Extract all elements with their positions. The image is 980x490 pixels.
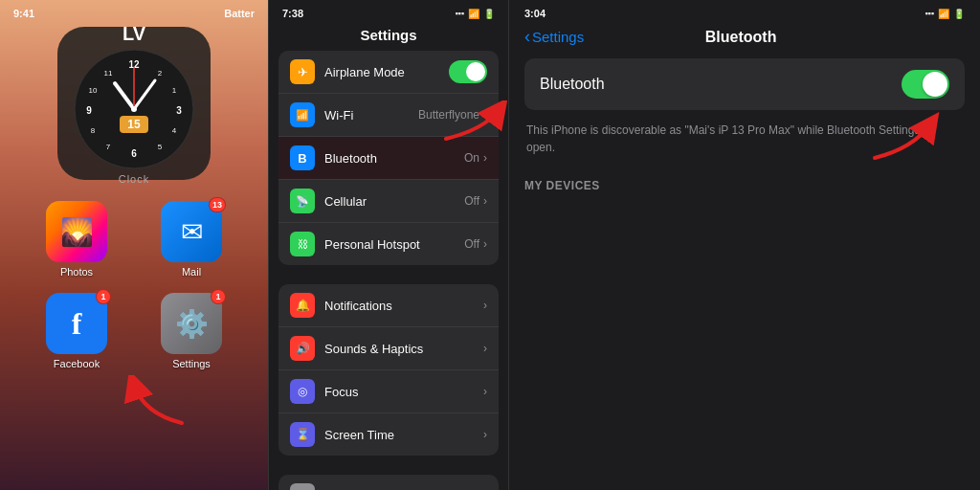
bluetooth-panel: 3:04 ▪▪▪ 📶 🔋 ‹ Settings Bluetooth Blueto… xyxy=(509,0,980,490)
home-app-grid: 🌄 Photos ✉ 13 Mail f 1 Facebook ⚙️ 1 Set… xyxy=(0,188,268,383)
screentime-chevron: › xyxy=(483,428,487,441)
screentime-label: Screen Time xyxy=(324,428,483,442)
settings-time: 7:38 xyxy=(282,8,303,19)
bluetooth-chevron: › xyxy=(483,151,487,165)
svg-text:5: 5 xyxy=(158,143,163,151)
arrow-to-settings xyxy=(124,375,201,433)
svg-text:9: 9 xyxy=(86,105,92,116)
cellular-icon: 📡 xyxy=(290,189,315,213)
signal-icon: ▪▪▪ xyxy=(455,9,464,18)
svg-point-18 xyxy=(131,106,137,112)
home-status-bar: 9:41 Batter xyxy=(0,0,268,23)
clock-widget[interactable]: LV 12 3 6 9 2 1 4 5 7 8 10 11 15 xyxy=(57,27,211,180)
app-settings-icon[interactable]: ⚙️ 1 xyxy=(161,293,222,354)
svg-text:2: 2 xyxy=(158,69,163,78)
sounds-icon: 🔊 xyxy=(290,336,315,361)
airplane-label: Airplane Mode xyxy=(324,65,449,79)
settings-row-focus[interactable]: ◎ Focus › xyxy=(278,370,499,413)
battery-icon: 🔋 xyxy=(483,9,495,19)
settings-row-screentime[interactable]: ⌛ Screen Time › xyxy=(278,413,499,456)
settings-row-sounds[interactable]: 🔊 Sounds & Haptics › xyxy=(278,327,499,370)
bt-back-chevron: ‹ xyxy=(524,27,530,47)
svg-text:10: 10 xyxy=(89,86,98,95)
hotspot-icon: ⛓ xyxy=(290,232,315,256)
app-facebook-label: Facebook xyxy=(54,358,100,369)
hotspot-value: Off xyxy=(464,237,479,251)
wifi-label: Wi-Fi xyxy=(324,108,418,122)
app-facebook-icon[interactable]: f 1 xyxy=(46,293,107,354)
bt-battery-icon: 🔋 xyxy=(953,9,965,19)
bluetooth-toggle[interactable] xyxy=(902,70,949,99)
settings-row-notifications[interactable]: 🔔 Notifications › xyxy=(278,284,499,327)
svg-text:1: 1 xyxy=(172,86,177,95)
hotspot-label: Personal Hotspot xyxy=(324,237,464,252)
clock-face: 12 3 6 9 2 1 4 5 7 8 10 11 15 xyxy=(72,47,196,171)
bt-back-button[interactable]: ‹ Settings xyxy=(524,27,584,47)
focus-label: Focus xyxy=(324,385,483,399)
app-photos-label: Photos xyxy=(60,266,93,278)
bluetooth-label: Bluetooth xyxy=(324,151,464,166)
app-mail-wrapper[interactable]: ✉ 13 Mail xyxy=(142,201,241,278)
settings-title: Settings xyxy=(269,23,508,51)
svg-text:7: 7 xyxy=(106,143,111,151)
focus-chevron: › xyxy=(483,385,487,398)
bt-wifi-icon: 📶 xyxy=(938,9,949,19)
hotspot-chevron: › xyxy=(483,237,487,251)
bt-back-label: Settings xyxy=(532,29,584,45)
mail-badge: 13 xyxy=(209,197,226,212)
bluetooth-value: On xyxy=(464,151,479,165)
home-battery: Batter xyxy=(224,8,255,19)
wifi-row-icon: 📶 xyxy=(290,102,315,127)
bluetooth-status-bar: 3:04 ▪▪▪ 📶 🔋 xyxy=(509,0,980,23)
bluetooth-row-icon: B xyxy=(290,145,315,170)
focus-icon: ◎ xyxy=(290,379,315,404)
cellular-value: Off xyxy=(464,194,479,208)
svg-text:3: 3 xyxy=(176,105,182,116)
sounds-chevron: › xyxy=(483,342,487,355)
bt-time: 3:04 xyxy=(524,8,546,19)
clock-lv: LV xyxy=(122,23,145,45)
settings-status-bar: 7:38 ▪▪▪ 📶 🔋 xyxy=(269,0,508,23)
settings-row-hotspot[interactable]: ⛓ Personal Hotspot Off › xyxy=(278,223,499,265)
svg-text:4: 4 xyxy=(172,126,177,135)
app-settings-wrapper[interactable]: ⚙️ 1 Settings xyxy=(142,293,241,369)
notifications-chevron: › xyxy=(483,299,487,312)
airplane-toggle[interactable] xyxy=(449,60,487,83)
app-photos-icon[interactable]: 🌄 xyxy=(46,201,107,262)
app-settings-label: Settings xyxy=(172,358,211,369)
app-mail-label: Mail xyxy=(182,266,201,278)
bluetooth-toggle-row[interactable]: Bluetooth xyxy=(524,58,965,110)
settings-row-airplane[interactable]: ✈ Airplane Mode xyxy=(278,51,499,94)
svg-text:6: 6 xyxy=(131,148,137,159)
notifications-icon: 🔔 xyxy=(290,293,315,318)
settings-row-cellular[interactable]: 📡 Cellular Off › xyxy=(278,180,499,223)
screentime-icon: ⌛ xyxy=(290,422,315,447)
bt-signal-icon: ▪▪▪ xyxy=(924,9,934,18)
clock-label: Clock xyxy=(119,173,150,185)
cellular-chevron: › xyxy=(483,194,487,208)
svg-text:11: 11 xyxy=(104,69,113,78)
app-facebook-wrapper[interactable]: f 1 Facebook xyxy=(27,293,126,369)
app-mail-icon[interactable]: ✉ 13 xyxy=(161,201,222,262)
app-photos-wrapper[interactable]: 🌄 Photos xyxy=(27,201,126,278)
bt-page-title: Bluetooth xyxy=(705,29,777,46)
arrow-to-toggle xyxy=(856,110,942,167)
svg-text:15: 15 xyxy=(127,118,141,131)
sounds-label: Sounds & Haptics xyxy=(324,342,483,356)
home-screen-panel: 9:41 Batter LV 12 3 6 9 2 1 4 5 7 8 10 1… xyxy=(0,0,268,490)
notifications-label: Notifications xyxy=(324,299,483,313)
settings-row-general[interactable]: ⚙ General › xyxy=(278,475,499,490)
bt-my-devices-header: MY DEVICES xyxy=(524,179,965,192)
bluetooth-nav: ‹ Settings Bluetooth xyxy=(509,23,980,58)
general-icon: ⚙ xyxy=(290,483,315,490)
airplane-icon: ✈ xyxy=(290,59,315,84)
wifi-icon: 📶 xyxy=(468,9,479,19)
svg-text:8: 8 xyxy=(91,126,96,135)
cellular-label: Cellular xyxy=(324,194,464,209)
settings-panel: 7:38 ▪▪▪ 📶 🔋 Settings ✈ Airplane Mode 📶 … xyxy=(268,0,509,490)
settings-badge: 1 xyxy=(211,289,226,304)
home-time: 9:41 xyxy=(13,8,34,19)
facebook-badge: 1 xyxy=(96,289,111,304)
arrow-to-bluetooth xyxy=(436,100,509,148)
bluetooth-toggle-label: Bluetooth xyxy=(540,76,605,93)
